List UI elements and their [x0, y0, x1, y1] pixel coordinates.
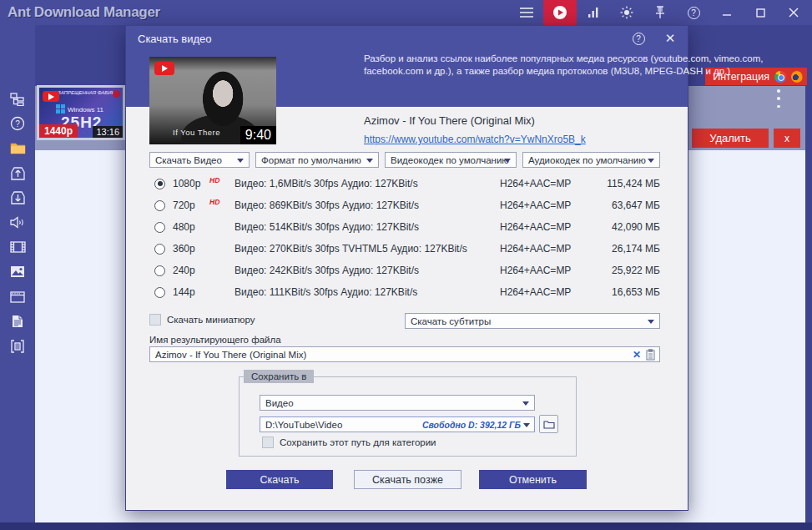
sidebar: ?: [0, 25, 35, 522]
hd-badge: HD: [209, 198, 224, 206]
quality-resolution: 144p: [173, 286, 209, 298]
categories-tree-icon[interactable]: [0, 87, 35, 112]
quality-resolution: 1080p: [173, 178, 209, 189]
cancel-button[interactable]: Отменить: [479, 470, 587, 489]
chevron-down-icon: [523, 423, 530, 427]
category-dropdown[interactable]: Видео: [260, 395, 535, 411]
video-codec-dropdown[interactable]: Видеокодек по умолчанию: [385, 152, 517, 168]
category-dropdown-value: Видео: [260, 398, 294, 408]
quality-info: Видео: 270KBit/s 30fps TVHTML5 Аудио: 12…: [235, 243, 467, 255]
audio-codec-dropdown-value: Аудиокодек по умолчанию: [523, 155, 646, 165]
maximize-icon[interactable]: [744, 0, 777, 25]
action-dropdown[interactable]: Скачать Видео: [149, 152, 250, 168]
sidebar-icon-list: ?: [0, 87, 35, 359]
paste-icon[interactable]: [646, 349, 659, 361]
quality-info: Видео: 1,6MBit/s 30fps Аудио: 127KBit/s: [235, 178, 418, 189]
chevron-down-icon: [237, 159, 244, 163]
download-later-button-label: Скачать позже: [372, 474, 443, 486]
dialog-close-icon[interactable]: ✕: [663, 31, 678, 46]
quality-codec: H264+AAC=MP: [500, 221, 571, 233]
app-title: Ant Download Manager: [8, 4, 160, 21]
video-tab-play-icon[interactable]: [543, 0, 577, 25]
quality-row-480p[interactable]: 480p Видео: 514KBit/s 30fps Аудио: 127KB…: [149, 216, 660, 238]
folder-icon[interactable]: [0, 136, 35, 161]
close-item-button[interactable]: x: [774, 129, 800, 148]
download-later-button[interactable]: Скачать позже: [354, 470, 461, 489]
open-file-icon[interactable]: [0, 161, 35, 186]
quality-info: Видео: 514KBit/s 30fps Аудио: 127KBit/s: [235, 221, 419, 233]
quality-codec: H264+AAC=MP: [500, 178, 571, 189]
help-icon[interactable]: ?: [677, 0, 710, 25]
save-path-combobox[interactable]: D:\YouTube\Video Свободно D: 392,12 ГБ: [260, 416, 535, 432]
item-menu-icon[interactable]: [774, 89, 784, 108]
browse-folder-button[interactable]: [539, 415, 558, 433]
audio-codec-dropdown[interactable]: Аудиокодек по умолчанию: [522, 152, 660, 168]
cancel-button-label: Отменить: [509, 474, 557, 486]
dialog-close-glyph: ✕: [665, 31, 676, 46]
quality-info: Видео: 242KBit/s 30fps Аудио: 127KBit/s: [235, 265, 419, 276]
duration-badge: 13:16: [93, 126, 123, 138]
webpage-icon[interactable]: [0, 285, 35, 310]
clear-filename-icon[interactable]: ✕: [628, 349, 646, 361]
thumbnail-checkbox[interactable]: [149, 314, 161, 326]
quality-row-720p[interactable]: 720p HD Видео: 869KBit/s 30fps Аудио: 12…: [149, 194, 660, 216]
window-bottom-border: [0, 522, 812, 530]
app-window: Ant Download Manager ?: [0, 0, 812, 530]
help-glyph: ?: [688, 7, 700, 19]
radio-icon[interactable]: [154, 244, 165, 255]
video-duration-badge: 9:40: [240, 126, 276, 144]
thumbnail-text-windows: Windows 11: [68, 106, 103, 114]
video-url-link[interactable]: https://www.youtube.com/watch?v=YwNnXro5…: [364, 134, 586, 145]
save-path-checkbox[interactable]: [262, 437, 274, 448]
video-thumbnail-caption: If You There: [173, 128, 220, 137]
quality-row-144p[interactable]: 144p Видео: 111KBit/s 30fps Аудио: 127KB…: [149, 281, 660, 303]
dialog-help-icon[interactable]: ?: [631, 31, 646, 46]
quality-row-240p[interactable]: 240p Видео: 242KBit/s 30fps Аудио: 127KB…: [149, 260, 660, 281]
quality-size: 63,647 МБ: [583, 199, 660, 211]
video-icon[interactable]: [0, 235, 35, 260]
format-dropdown[interactable]: Формат по умолчанию: [255, 152, 379, 168]
radio-icon[interactable]: [154, 287, 165, 298]
download-button[interactable]: Скачать: [226, 470, 333, 489]
download-item-thumbnail[interactable]: ЗАПРЕЩЕННАЯ ФАБИКА Windows 11 25H2 1440p…: [37, 85, 125, 140]
format-dropdown-value: Формат по умолчанию: [256, 155, 361, 165]
theme-sun-icon[interactable]: [610, 0, 643, 25]
menu-icon[interactable]: [510, 0, 543, 25]
thumbnail-checkbox-label: Скачать миниатюру: [167, 315, 255, 325]
radio-selected-icon[interactable]: [154, 179, 165, 189]
filename-input[interactable]: Azimov - If You There (Original Mix) ✕: [149, 346, 660, 362]
quality-row-1080p[interactable]: 1080p HD Видео: 1,6MBit/s 30fps Аудио: 1…: [149, 173, 660, 194]
quality-resolution: 360p: [173, 243, 209, 255]
filename-label: Имя результирующего файла: [149, 335, 281, 345]
stats-icon[interactable]: [577, 0, 610, 25]
chevron-down-icon: [504, 159, 511, 163]
close-window-icon[interactable]: [777, 0, 810, 25]
subtitles-dropdown-value: Скачать субтитры: [406, 316, 491, 326]
audio-icon[interactable]: [0, 210, 35, 235]
resolution-badge: 1440p: [39, 124, 78, 138]
save-file-icon[interactable]: [0, 185, 35, 210]
radio-icon[interactable]: [154, 222, 165, 233]
chevron-down-icon: [522, 401, 529, 406]
pin-icon[interactable]: [643, 0, 677, 25]
video-thumbnail: If You There 9:40: [149, 57, 276, 144]
quality-size: 42,090 МБ: [583, 221, 660, 233]
save-to-group-title: Сохранить в: [244, 370, 314, 383]
sidebar-help-icon[interactable]: ?: [0, 112, 35, 137]
document-icon[interactable]: [0, 309, 35, 334]
images-icon[interactable]: [0, 260, 35, 285]
minimize-icon[interactable]: [710, 0, 744, 25]
quality-row-360p[interactable]: 360p Видео: 270KBit/s 30fps TVHTML5 Ауди…: [149, 238, 660, 260]
delete-button[interactable]: Удалить: [692, 129, 769, 148]
youtube-play-icon: [154, 62, 174, 75]
dialog-description: Разбор и анализ ссылок наиболее популярн…: [364, 53, 789, 78]
radio-icon[interactable]: [154, 265, 165, 276]
quality-info: Видео: 111KBit/s 30fps Аудио: 127KBit/s: [235, 286, 417, 298]
archive-icon[interactable]: [0, 334, 35, 359]
chevron-down-icon: [366, 159, 373, 163]
subtitles-dropdown[interactable]: Скачать субтитры: [405, 313, 660, 329]
radio-icon[interactable]: [154, 200, 165, 211]
quality-resolution: 720p: [173, 199, 209, 211]
thumbnail-image: ЗАПРЕЩЕННАЯ ФАБИКА Windows 11 25H2 1440p…: [39, 88, 123, 138]
quality-codec: H264+AAC=MP: [500, 199, 571, 211]
